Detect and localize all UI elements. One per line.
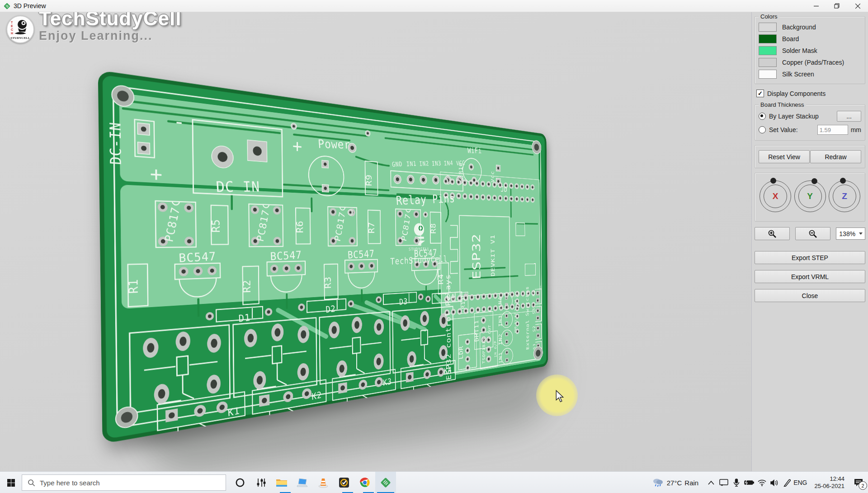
minimize-button[interactable] <box>806 0 826 12</box>
pcb-label: ESP32 <box>470 233 483 280</box>
taskbar-app-file-explorer[interactable] <box>271 472 292 493</box>
color-row-solder-mask[interactable]: Solder Mask <box>759 45 861 57</box>
wifi-icon[interactable] <box>755 476 768 489</box>
x-axis-label: X <box>760 191 791 201</box>
display-components-checkbox[interactable]: ✓ <box>756 90 764 97</box>
x-dial-knob[interactable] <box>770 178 776 184</box>
pcb-label: + <box>292 136 302 157</box>
pcb-label: R4 <box>437 274 445 284</box>
pcb-label: Vcc <box>490 171 495 183</box>
system-tray: 27°C Rain <box>651 472 868 493</box>
svg-text:STUDYCELL: STUDYCELL <box>11 36 30 40</box>
weather-temp: 27°C <box>667 479 682 487</box>
clock-time: 12:44 <box>815 475 845 483</box>
notification-center-button[interactable]: 2 <box>849 472 868 493</box>
pcb-label: D2 <box>326 303 336 315</box>
tray-chevron-up[interactable] <box>705 476 717 489</box>
start-button[interactable] <box>0 472 22 493</box>
pcb-label: S3 <box>532 308 536 314</box>
pcb-label: WiFi <box>467 146 482 155</box>
rotate-y-dial[interactable]: Y <box>794 180 826 212</box>
search-input[interactable]: Type here to search <box>22 474 226 491</box>
chevron-down-icon <box>859 232 863 235</box>
pcb-label: BC547 <box>179 249 217 265</box>
language-indicator[interactable]: ENG <box>793 479 807 486</box>
color-row-silk-screen[interactable]: Silk Screen <box>759 68 861 80</box>
cast-display-icon[interactable] <box>717 476 730 489</box>
taskbar-app-vlc[interactable] <box>313 472 334 493</box>
by-layer-stackup-radio[interactable] <box>759 113 766 120</box>
mouse-cursor <box>554 390 565 403</box>
computer-icon <box>297 478 308 488</box>
pcb-label: S4 <box>532 290 536 297</box>
viewport-3d[interactable]: DC-IN-+DC IN+PowerR9GNDIN1IN2IN3IN4VCCRe… <box>0 12 751 471</box>
stackup-more-button[interactable]: ... <box>837 111 861 122</box>
pcb-label: R6 <box>295 220 306 233</box>
weather-condition: Rain <box>684 479 698 487</box>
pcb-3d-viewer-taskbar-icon <box>380 477 391 488</box>
svg-text:H: H <box>11 32 13 35</box>
export-step-button[interactable]: Export STEP <box>755 251 865 264</box>
pcb-label: IN3 <box>431 160 441 167</box>
export-vrml-button[interactable]: Export VRML <box>755 270 865 283</box>
pcb-label: R8 <box>429 223 438 234</box>
silk-screen-color-swatch[interactable] <box>759 70 777 79</box>
pcb-label: IN2 <box>498 333 503 346</box>
pcb-label: DC IN <box>216 179 260 195</box>
pcb-label: IN4 <box>497 296 503 308</box>
colors-group: Colors Background Board Solder Mask Copp… <box>755 16 865 84</box>
taskbar-app-norton[interactable] <box>334 472 354 493</box>
reset-view-button[interactable]: Reset View <box>759 150 810 163</box>
display-components-row[interactable]: ✓ Display Components <box>756 90 864 97</box>
window-controls <box>806 0 868 12</box>
color-row-copper[interactable]: Copper (Pads/Traces) <box>759 57 861 68</box>
rotate-x-dial[interactable]: X <box>760 180 791 212</box>
zoom-out-button[interactable] <box>795 227 830 240</box>
zoom-in-button[interactable] <box>755 227 790 240</box>
taskbar-app-cortana[interactable] <box>230 472 250 493</box>
taskbar-weather[interactable]: 27°C Rain <box>651 477 698 488</box>
pcb-label: R2 <box>241 280 253 293</box>
battery-icon[interactable] <box>743 476 755 489</box>
copper-color-swatch[interactable] <box>759 58 777 67</box>
board-thickness-title: Board Thickness <box>759 101 806 108</box>
set-value-radio[interactable] <box>759 126 766 133</box>
norton-icon <box>339 477 349 488</box>
zoom-level-select[interactable]: 138% <box>836 228 865 240</box>
by-layer-stackup-row[interactable]: By Layer Stackup ... <box>759 109 861 123</box>
restore-button[interactable] <box>826 0 847 12</box>
taskbar-app-this-pc[interactable] <box>292 472 313 493</box>
taskbar-clock[interactable]: 12:44 25-06-2021 <box>815 475 845 490</box>
redraw-button[interactable]: Redraw <box>810 150 861 163</box>
taskbar-app-task-view[interactable] <box>250 472 271 493</box>
thickness-value-input[interactable] <box>817 125 848 135</box>
rotate-z-dial[interactable]: Z <box>829 180 860 212</box>
pcb-label: R3 <box>323 276 333 289</box>
vlc-icon <box>318 477 329 488</box>
clock-date: 25-06-2021 <box>815 483 845 490</box>
pen-icon[interactable] <box>781 476 793 489</box>
y-dial-knob[interactable] <box>811 178 817 184</box>
zoom-in-icon <box>768 229 777 238</box>
windows-logo-icon <box>7 479 15 487</box>
color-row-board[interactable]: Board <box>759 33 861 45</box>
taskbar-app-chrome[interactable] <box>354 472 375 493</box>
close-button[interactable] <box>847 0 868 12</box>
board-color-swatch[interactable] <box>759 34 777 43</box>
set-value-row[interactable]: Set Value: mm <box>759 123 861 137</box>
pcb-label: DEVKIT V1 <box>490 235 496 277</box>
taskbar-app-pcb-3d-viewer[interactable] <box>375 472 396 493</box>
microphone-icon[interactable] <box>730 476 743 489</box>
display-components-label: Display Components <box>767 90 826 97</box>
close-dialog-button[interactable]: Close <box>755 289 865 302</box>
color-row-background[interactable]: Background <box>759 21 861 33</box>
pcb-label: D3 <box>399 296 408 307</box>
solder-mask-color-swatch[interactable] <box>759 46 777 55</box>
pcb-label: K3 <box>383 376 392 388</box>
background-color-swatch[interactable] <box>759 23 777 32</box>
z-dial-knob[interactable] <box>840 178 846 184</box>
pcb-label: GND S1 S2 S3 S4 Vcc <box>514 290 517 333</box>
speaker-icon[interactable] <box>768 476 781 489</box>
brand-logo-badge: T E C H STUDYCELL <box>6 15 34 43</box>
window-title: 3D Preview <box>14 2 46 9</box>
